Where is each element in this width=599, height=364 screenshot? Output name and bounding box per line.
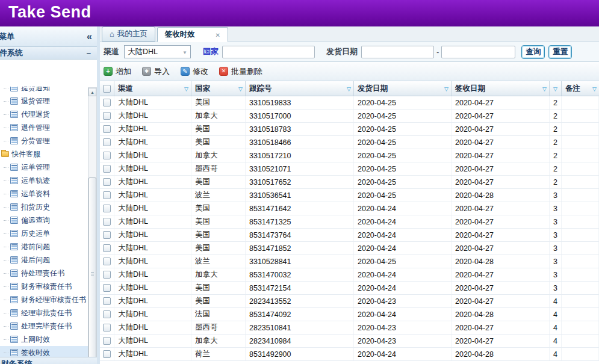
sidebar-item-待处理责任书[interactable]: 待处理责任书 [0, 267, 88, 280]
collapse-sidebar-icon[interactable] [87, 31, 92, 42]
filter-icon[interactable] [444, 84, 448, 93]
sidebar-item-提货通知[interactable]: 提货通知 [0, 87, 88, 94]
row-checkbox[interactable] [103, 165, 111, 173]
column-header-channel[interactable]: 渠道 [114, 81, 191, 96]
scrollbar-thumb[interactable] [88, 177, 96, 364]
search-button[interactable]: 查询 [521, 45, 545, 59]
column-header-days[interactable] [550, 81, 562, 96]
toolbar-button-增加[interactable]: 增加 [104, 66, 131, 77]
column-header-sign-date[interactable]: 签收日期 [452, 81, 550, 96]
sidebar-item-偏远查询[interactable]: 偏远查询 [0, 214, 88, 227]
toolbar-button-批量删除[interactable]: 批量删除 [219, 66, 262, 77]
row-checkbox[interactable] [103, 178, 111, 186]
sidebar-item-历史运单[interactable]: 历史运单 [0, 227, 88, 240]
table-row[interactable]: 大陆DHL墨西哥28235108412020-04-232020-04-274 [100, 321, 599, 335]
table-row[interactable]: 大陆DHL美国33105198332020-04-252020-04-272 [100, 96, 599, 110]
table-row[interactable]: 大陆DHL荷兰85314929002020-04-242020-04-284 [100, 348, 599, 361]
table-row[interactable]: 大陆DHL波兰33105365412020-04-252020-04-283 [100, 189, 599, 202]
toolbar-button-导入[interactable]: 导入 [142, 66, 170, 77]
scroll-up-icon[interactable]: ▲ [88, 88, 96, 96]
table-row[interactable]: 大陆DHL加拿大33105170002020-04-252020-04-272 [100, 110, 599, 123]
filter-icon[interactable] [542, 84, 547, 93]
row-checkbox[interactable] [103, 244, 111, 252]
table-row[interactable]: 大陆DHL加拿大33105172102020-04-252020-04-272 [100, 149, 599, 162]
row-checkbox[interactable] [103, 258, 111, 265]
cell-days: 4 [550, 295, 562, 307]
row-checkbox[interactable] [103, 271, 111, 279]
row-checkbox[interactable] [103, 324, 111, 332]
sidebar-scrollbar[interactable]: ▲ ▼ [88, 87, 97, 364]
column-header-ship-date[interactable]: 发货日期 [354, 81, 452, 96]
table-row[interactable]: 大陆DHL美国28234135522020-04-232020-04-274 [100, 295, 599, 308]
cell-days: 3 [550, 282, 562, 294]
row-checkbox[interactable] [103, 310, 111, 318]
sidebar-item-分货管理[interactable]: 分货管理 [0, 134, 88, 147]
table-row[interactable]: 大陆DHL美国85314713252020-04-242020-04-273 [100, 215, 599, 229]
row-checkbox[interactable] [103, 231, 111, 239]
collapse-section-icon[interactable] [86, 48, 91, 58]
row-checkbox[interactable] [103, 337, 111, 345]
sidebar-section-header[interactable]: 件系统 [0, 47, 97, 60]
channel-select[interactable]: 大陆DHL [124, 45, 191, 58]
row-checkbox[interactable] [103, 152, 111, 159]
select-all-checkbox[interactable] [103, 85, 111, 93]
sidebar-item-处理完毕责任书[interactable]: 处理完毕责任书 [0, 319, 88, 333]
ship-date-to-input[interactable] [441, 46, 515, 58]
sidebar-item-运单资料[interactable]: 运单资料 [0, 187, 88, 200]
row-checkbox[interactable] [103, 297, 111, 305]
table-row[interactable]: 大陆DHL法国85314740922020-04-242020-04-284 [100, 308, 599, 321]
tree-line [4, 128, 8, 128]
table-row[interactable]: 大陆DHL美国33105187832020-04-252020-04-272 [100, 123, 599, 136]
close-tab-icon[interactable] [215, 31, 220, 39]
sidebar-item-经理审批责任书[interactable]: 经理审批责任书 [0, 306, 88, 319]
filter-icon[interactable] [347, 84, 351, 93]
cell-tracking: 8531473764 [246, 229, 354, 241]
row-checkbox[interactable] [103, 112, 111, 120]
sidebar-item-退货管理[interactable]: 退货管理 [0, 94, 88, 108]
table-row[interactable]: 大陆DHL波兰33105288412020-04-252020-04-283 [100, 255, 599, 268]
table-row[interactable]: 大陆DHL美国85314737642020-04-242020-04-273 [100, 229, 599, 242]
country-input[interactable] [222, 46, 315, 58]
table-row[interactable]: 大陆DHL美国85314721542020-04-242020-04-273 [100, 282, 599, 295]
row-checkbox[interactable] [103, 218, 111, 226]
sidebar-item-港后问题[interactable]: 港后问题 [0, 253, 88, 267]
row-checkbox[interactable] [103, 284, 111, 292]
table-row[interactable]: 大陆DHL加拿大28234109842020-04-232020-04-274 [100, 335, 599, 348]
sidebar-item-代理退货[interactable]: 代理退货 [0, 108, 88, 121]
table-row[interactable]: 大陆DHL美国85314718522020-04-242020-04-273 [100, 242, 599, 255]
sidebar-item-财务审核责任书[interactable]: 财务审核责任书 [0, 280, 88, 293]
row-checkbox-cell [100, 335, 114, 347]
row-checkbox[interactable] [103, 138, 111, 146]
tab-home[interactable]: 我的主页 [102, 26, 155, 42]
column-header-country[interactable]: 国家 [191, 81, 246, 96]
sidebar-item-运单轨迹[interactable]: 运单轨迹 [0, 174, 88, 187]
sidebar-bottom-section[interactable]: 财务系统 [0, 357, 97, 364]
filter-icon[interactable] [184, 84, 188, 93]
table-row[interactable]: 大陆DHL美国33105176522020-04-252020-04-272 [100, 176, 599, 189]
table-row[interactable]: 大陆DHL加拿大85314700322020-04-242020-04-273 [100, 268, 599, 282]
sidebar-item-退件管理[interactable]: 退件管理 [0, 121, 88, 134]
column-header-tracking[interactable]: 跟踪号 [246, 81, 354, 96]
sidebar-item-财务经理审核责任书[interactable]: 财务经理审核责任书 [0, 293, 88, 306]
filter-icon[interactable] [238, 84, 243, 93]
table-row[interactable]: 大陆DHL美国85314716422020-04-242020-04-273 [100, 202, 599, 215]
sidebar-item-港前问题[interactable]: 港前问题 [0, 240, 88, 253]
filter-icon[interactable] [592, 84, 597, 93]
sidebar-group-快件客服[interactable]: 快件客服 [0, 147, 88, 161]
tab-sign-timeliness[interactable]: 签收时效 [157, 27, 228, 42]
reset-button[interactable]: 重置 [548, 45, 572, 59]
sidebar-item-运单管理[interactable]: 运单管理 [0, 161, 88, 174]
row-checkbox[interactable] [103, 99, 111, 106]
sidebar-item-上网时效[interactable]: 上网时效 [0, 333, 88, 346]
column-header-remark[interactable]: 备注 [562, 81, 599, 96]
row-checkbox[interactable] [103, 350, 111, 358]
ship-date-from-input[interactable] [361, 46, 434, 58]
row-checkbox[interactable] [103, 191, 111, 199]
toolbar-button-修改[interactable]: 修改 [181, 66, 208, 77]
sidebar-item-扣货历史[interactable]: 扣货历史 [0, 200, 88, 214]
row-checkbox[interactable] [103, 205, 111, 212]
table-row[interactable]: 大陆DHL美国33105184662020-04-252020-04-272 [100, 136, 599, 149]
row-checkbox[interactable] [103, 125, 111, 133]
table-row[interactable]: 大陆DHL墨西哥33105210712020-04-252020-04-272 [100, 162, 599, 176]
filter-icon[interactable] [553, 84, 557, 93]
